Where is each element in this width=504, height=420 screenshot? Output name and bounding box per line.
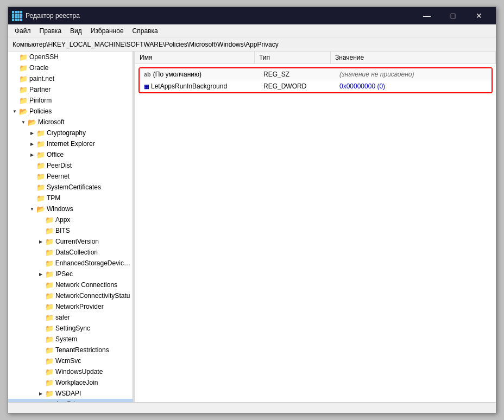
expand-windows: ▼ bbox=[28, 203, 36, 214]
expand-safer bbox=[36, 312, 45, 323]
tree-item-tpm[interactable]: 📁 TPM bbox=[8, 193, 133, 203]
tree-label-paintnet: paint.net bbox=[29, 75, 54, 82]
expand-enhancedstoragedevices bbox=[36, 258, 45, 269]
folder-icon-cryptography: 📁 bbox=[36, 129, 45, 137]
tree-item-paintnet[interactable]: 📁 paint.net bbox=[8, 73, 133, 84]
window-controls: — □ ✕ bbox=[414, 7, 492, 24]
folder-icon-system: 📁 bbox=[45, 335, 54, 343]
menu-file[interactable]: Файл bbox=[10, 26, 35, 36]
folder-icon-tpm: 📁 bbox=[36, 194, 45, 202]
minimize-button[interactable]: — bbox=[414, 7, 439, 24]
highlighted-rows-wrapper: ab (По умолчанию) REG_SZ (значение не пр… bbox=[138, 67, 493, 93]
tree-label-datacollection: DataCollection bbox=[55, 249, 98, 256]
tree-item-network-connections[interactable]: 📁 Network Connections bbox=[8, 279, 133, 290]
tree-item-peernet[interactable]: 📁 Peernet bbox=[8, 171, 133, 182]
folder-icon-office: 📁 bbox=[36, 150, 45, 159]
tree-item-microsoft[interactable]: ▼ 📂 Microsoft bbox=[8, 117, 133, 128]
cell-name-letapps: ▦ LetAppsRunInBackground bbox=[140, 81, 259, 91]
folder-icon-networkconnectivitystatu: 📁 bbox=[45, 291, 54, 300]
tree-label-partner: Partner bbox=[29, 86, 51, 93]
addressbar: Компьютер\HKEY_LOCAL_MACHINE\SOFTWARE\Po… bbox=[8, 37, 496, 52]
menu-edit[interactable]: Правка bbox=[35, 26, 66, 36]
expand-cryptography: ▶ bbox=[28, 128, 36, 138]
tree-item-windowsupdate[interactable]: 📁 WindowsUpdate bbox=[8, 366, 133, 377]
tree-label-wsdapi: WSDAPI bbox=[55, 390, 81, 397]
expand-wsdapi: ▶ bbox=[36, 388, 45, 399]
tree-item-safer[interactable]: 📁 safer bbox=[8, 312, 133, 323]
expand-datacollection bbox=[36, 247, 45, 258]
menu-help[interactable]: Справка bbox=[128, 26, 162, 36]
tree-label-workplacejoin: WorkplaceJoin bbox=[55, 379, 98, 386]
tree-item-internet-explorer[interactable]: ▶ 📁 Internet Explorer bbox=[8, 138, 133, 149]
folder-icon-oracle: 📁 bbox=[19, 63, 28, 72]
tree-item-system[interactable]: 📁 System bbox=[8, 334, 133, 345]
cell-value-default: (значение не присвоено) bbox=[335, 69, 492, 79]
expand-workplacejoin bbox=[36, 377, 45, 388]
tree-item-wsdapi[interactable]: ▶ 📁 WSDAPI bbox=[8, 388, 133, 399]
expand-systemcertificates bbox=[28, 182, 36, 193]
folder-icon-tenantrestrictions: 📁 bbox=[45, 346, 54, 354]
tree-item-oracle[interactable]: 📁 Oracle bbox=[8, 62, 133, 73]
maximize-button[interactable]: □ bbox=[440, 7, 465, 24]
registry-editor-window: Редактор реестра — □ ✕ Файл Правка Вид И… bbox=[8, 7, 496, 413]
folder-icon-windows: 📂 bbox=[36, 205, 45, 213]
menu-view[interactable]: Вид bbox=[66, 26, 86, 36]
tree-item-office[interactable]: ▶ 📁 Office bbox=[8, 149, 133, 160]
tree-item-enhancedstoragedevices[interactable]: 📁 EnhancedStorageDevices bbox=[8, 258, 133, 269]
address-path: Компьютер\HKEY_LOCAL_MACHINE\SOFTWARE\Po… bbox=[12, 41, 279, 48]
menu-favorites[interactable]: Избранное bbox=[86, 26, 128, 36]
tree-item-networkconnectivitystatu[interactable]: 📁 NetworkConnectivityStatu bbox=[8, 290, 133, 301]
tree-item-wcmsvc[interactable]: 📁 WcmSvc bbox=[8, 355, 133, 366]
expand-bits bbox=[36, 225, 45, 236]
tree-item-partner[interactable]: 📁 Partner bbox=[8, 84, 133, 95]
expand-networkprovider bbox=[36, 301, 45, 312]
expand-paintnet bbox=[10, 73, 19, 84]
tree-item-currentversion[interactable]: ▶ 📁 CurrentVersion bbox=[8, 236, 133, 247]
expand-wcmsvc bbox=[36, 355, 45, 366]
tree-label-ipsec: IPSec bbox=[55, 270, 73, 278]
table-row-letappsruninbackground[interactable]: ▦ LetAppsRunInBackground REG_DWORD 0x000… bbox=[140, 80, 492, 92]
folder-icon-openssh: 📁 bbox=[19, 53, 28, 61]
folder-icon-safer: 📁 bbox=[45, 313, 54, 322]
tree-label-network-connections: Network Connections bbox=[55, 281, 117, 289]
tree-item-piriform[interactable]: 📁 Piriform bbox=[8, 95, 133, 106]
tree-label-appx: Appx bbox=[55, 216, 70, 224]
folder-icon-ipsec: 📁 bbox=[45, 270, 54, 278]
tree-item-windows[interactable]: ▼ 📂 Windows bbox=[8, 203, 133, 214]
tree-label-cryptography: Cryptography bbox=[47, 129, 86, 137]
reg-sz-icon: ab bbox=[144, 71, 151, 78]
tree-label-windowsupdate: WindowsUpdate bbox=[55, 368, 103, 376]
tree-item-workplacejoin[interactable]: 📁 WorkplaceJoin bbox=[8, 377, 133, 388]
tree-item-ipsec[interactable]: ▶ 📁 IPSec bbox=[8, 269, 133, 279]
folder-icon-appx: 📁 bbox=[45, 215, 54, 224]
tree-item-appx[interactable]: 📁 Appx bbox=[8, 214, 133, 225]
tree-item-peerdist[interactable]: 📁 PeerDist bbox=[8, 160, 133, 171]
tree-panel[interactable]: 📁 OpenSSH 📁 Oracle 📁 paint.net � bbox=[8, 52, 133, 402]
folder-icon-enhancedstoragedevices: 📁 bbox=[45, 259, 54, 268]
tree-item-openssh[interactable]: 📁 OpenSSH bbox=[8, 52, 133, 62]
folder-icon-wsdapi: 📁 bbox=[45, 389, 54, 398]
tree-item-settingsync[interactable]: 📁 SettingSync bbox=[8, 323, 133, 334]
tree-item-tenantrestrictions[interactable]: 📁 TenantRestrictions bbox=[8, 345, 133, 355]
folder-icon-networkprovider: 📁 bbox=[45, 302, 54, 311]
tree-item-datacollection[interactable]: 📁 DataCollection bbox=[8, 247, 133, 258]
close-button[interactable]: ✕ bbox=[467, 7, 492, 24]
folder-icon-peerdist: 📁 bbox=[36, 161, 45, 170]
table-row-default[interactable]: ab (По умолчанию) REG_SZ (значение не пр… bbox=[140, 68, 492, 80]
tree-item-policies[interactable]: ▼ 📂 Policies bbox=[8, 106, 133, 117]
tree-label-system: System bbox=[55, 335, 77, 343]
expand-tpm bbox=[28, 193, 36, 203]
folder-icon-systemcertificates: 📁 bbox=[36, 183, 45, 192]
reg-dword-icon: ▦ bbox=[144, 84, 149, 90]
folder-icon-wcmsvc: 📁 bbox=[45, 357, 54, 365]
tree-label-currentversion: CurrentVersion bbox=[55, 238, 99, 245]
tree-item-cryptography[interactable]: ▶ 📁 Cryptography bbox=[8, 128, 133, 138]
tree-label-wcmsvc: WcmSvc bbox=[55, 357, 81, 365]
tree-item-systemcertificates[interactable]: 📁 SystemCertificates bbox=[8, 182, 133, 193]
header-type: Тип bbox=[255, 52, 331, 63]
tree-label-tpm: TPM bbox=[47, 194, 60, 202]
tree-item-networkprovider[interactable]: 📁 NetworkProvider bbox=[8, 301, 133, 312]
expand-partner bbox=[10, 84, 19, 95]
tree-label-windows: Windows bbox=[47, 205, 73, 213]
tree-item-bits[interactable]: 📁 BITS bbox=[8, 225, 133, 236]
